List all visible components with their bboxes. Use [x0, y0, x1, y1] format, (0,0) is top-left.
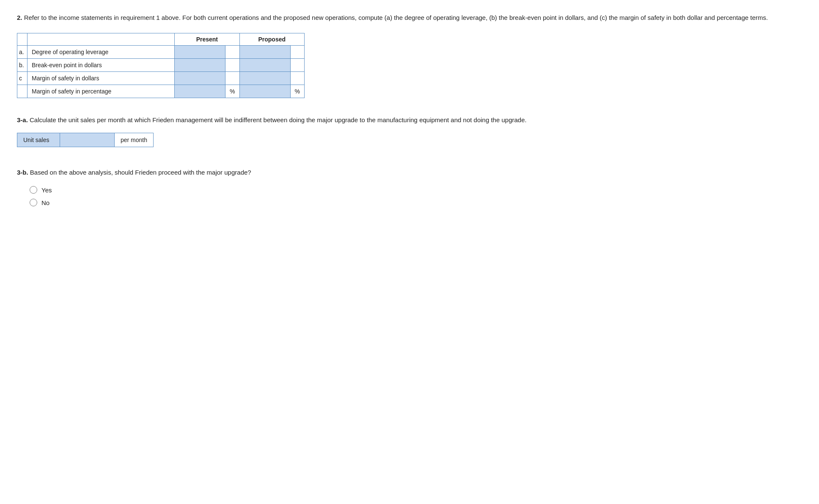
question3a-text: 3-a. Calculate the unit sales per month … — [17, 115, 802, 125]
row-index-2: c — [17, 72, 27, 85]
radio-yes-label: Yes — [41, 186, 52, 194]
requirements-table: Present Proposed a.Degree of operating l… — [17, 33, 305, 98]
radio-no[interactable] — [30, 199, 37, 206]
proposed-input-cell-2[interactable] — [239, 72, 290, 85]
radio-no-label: No — [41, 199, 49, 206]
table-row: Margin of safety in percentage%% — [17, 85, 305, 98]
present-input-1[interactable] — [175, 59, 225, 71]
header-proposed: Proposed — [239, 33, 304, 46]
present-suffix-1 — [225, 59, 239, 72]
question3b-bold: 3-b. — [17, 169, 28, 176]
present-suffix-0 — [225, 46, 239, 59]
unit-sales-label: Unit sales — [17, 133, 60, 147]
question3b-body: Based on the above analysis, should Frie… — [28, 169, 251, 176]
proposed-input-1[interactable] — [240, 59, 290, 71]
row-label-0: Degree of operating leverage — [27, 46, 175, 59]
question3a-bold: 3-a. — [17, 116, 28, 123]
row-index-3 — [17, 85, 27, 98]
table-row: b.Break-even point in dollars — [17, 59, 305, 72]
proposed-input-cell-1[interactable] — [239, 59, 290, 72]
present-input-cell-2[interactable] — [175, 72, 225, 85]
present-suffix-3: % — [225, 85, 239, 98]
proposed-input-2[interactable] — [240, 72, 290, 85]
radio-yes[interactable] — [30, 186, 37, 194]
section-3a: 3-a. Calculate the unit sales per month … — [17, 115, 802, 147]
present-input-cell-0[interactable] — [175, 46, 225, 59]
proposed-suffix-0 — [290, 46, 304, 59]
question2-body: Refer to the income statements in requir… — [22, 14, 768, 21]
row-index-1: b. — [17, 59, 27, 72]
present-input-3[interactable] — [175, 85, 225, 98]
proposed-input-cell-0[interactable] — [239, 46, 290, 59]
section-3b: 3-b. Based on the above analysis, should… — [17, 167, 802, 206]
question3a-body: Calculate the unit sales per month at wh… — [28, 116, 527, 123]
header-index — [17, 33, 27, 46]
proposed-input-cell-3[interactable] — [239, 85, 290, 98]
table-row: cMargin of safety in dollars — [17, 72, 305, 85]
row-label-3: Margin of safety in percentage — [27, 85, 175, 98]
header-present: Present — [175, 33, 239, 46]
unit-sales-input[interactable] — [60, 133, 115, 147]
present-input-2[interactable] — [175, 72, 225, 85]
question2-text: 2. Refer to the income statements in req… — [17, 13, 802, 23]
table-header-row: Present Proposed — [17, 33, 305, 46]
row-label-1: Break-even point in dollars — [27, 59, 175, 72]
present-input-cell-1[interactable] — [175, 59, 225, 72]
unit-sales-row: Unit sales per month — [17, 133, 154, 147]
question2-bold: 2. — [17, 14, 22, 21]
header-label — [27, 33, 175, 46]
present-suffix-2 — [225, 72, 239, 85]
proposed-input-0[interactable] — [240, 46, 290, 58]
proposed-suffix-3: % — [290, 85, 304, 98]
present-input-cell-3[interactable] — [175, 85, 225, 98]
radio-option-yes[interactable]: Yes — [30, 186, 802, 194]
table-row: a.Degree of operating leverage — [17, 46, 305, 59]
question3b-text: 3-b. Based on the above analysis, should… — [17, 167, 802, 178]
proposed-input-3[interactable] — [240, 85, 290, 98]
present-input-0[interactable] — [175, 46, 225, 58]
proposed-suffix-1 — [290, 59, 304, 72]
row-index-0: a. — [17, 46, 27, 59]
row-label-2: Margin of safety in dollars — [27, 72, 175, 85]
proposed-suffix-2 — [290, 72, 304, 85]
radio-option-no[interactable]: No — [30, 199, 802, 206]
unit-sales-suffix: per month — [115, 133, 153, 147]
radio-group: Yes No — [30, 186, 802, 206]
